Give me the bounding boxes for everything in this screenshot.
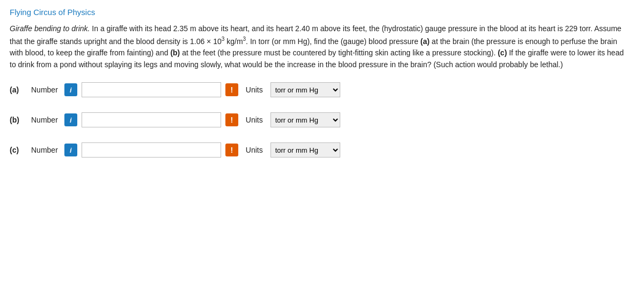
number-label-a: Number (31, 85, 58, 94)
part-label-c: (c) (10, 146, 27, 154)
part-label-b: (b) (10, 116, 27, 124)
units-select-a[interactable]: torr or mm HgPaatm (270, 82, 340, 97)
part-label-a: (a) (10, 85, 27, 94)
info-button-a[interactable]: i (64, 83, 77, 96)
problem-intro: Giraffe bending to drink. (10, 24, 90, 33)
kg-m: kg/m (224, 37, 243, 45)
questions-container: (a)Numberi!Unitstorr or mm HgPaatm(b)Num… (10, 82, 634, 158)
question-row-a: (a)Numberi!Unitstorr or mm HgPaatm (10, 82, 634, 97)
number-input-a[interactable] (82, 82, 221, 97)
alert-button-a[interactable]: ! (225, 83, 238, 96)
app-title: Flying Circus of Physics (10, 8, 634, 17)
units-select-c[interactable]: torr or mm HgPaatm (270, 142, 340, 158)
number-label-b: Number (31, 116, 58, 124)
part-b-desc: at the feet (the pressure must be counte… (180, 48, 497, 57)
alert-button-b[interactable]: ! (225, 113, 238, 126)
units-label-b: Units (246, 116, 263, 124)
number-label-c: Number (31, 146, 58, 154)
problem-continue: . In torr (or mm Hg), find the (gauge) b… (246, 37, 420, 45)
question-row-b: (b)Numberi!Unitstorr or mm HgPaatm (10, 112, 634, 127)
units-label-c: Units (246, 146, 263, 154)
part-b-ref: (b) (170, 48, 180, 57)
part-c-ref: (c) (497, 48, 507, 57)
part-a-ref: (a) (420, 37, 429, 45)
info-button-c[interactable]: i (64, 144, 77, 156)
number-input-b[interactable] (82, 112, 221, 127)
units-select-b[interactable]: torr or mm HgPaatm (270, 112, 340, 127)
number-input-c[interactable] (82, 142, 221, 158)
info-button-b[interactable]: i (64, 113, 77, 126)
question-row-c: (c)Numberi!Unitstorr or mm HgPaatm (10, 142, 634, 158)
problem-text: Giraffe bending to drink. In a giraffe w… (10, 23, 627, 70)
alert-button-c[interactable]: ! (225, 144, 238, 156)
units-label-a: Units (246, 85, 263, 94)
